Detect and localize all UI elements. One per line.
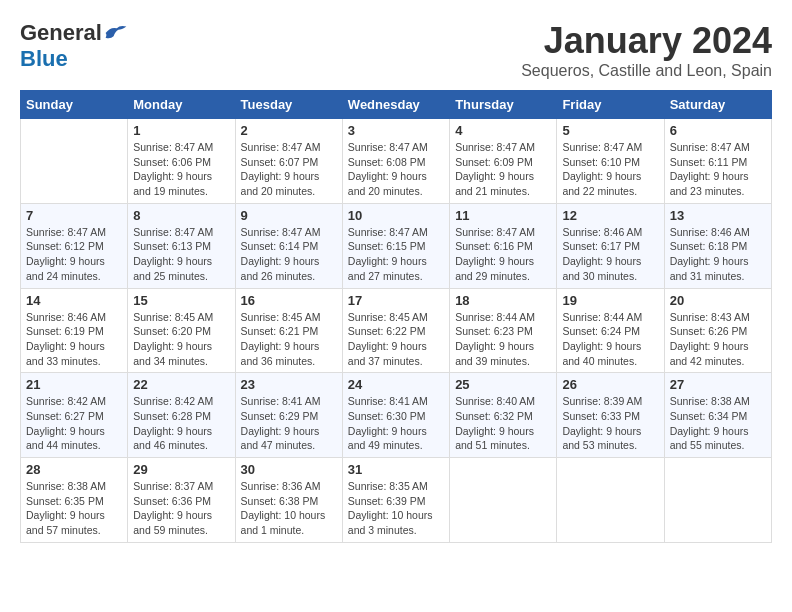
day-info: Sunrise: 8:43 AMSunset: 6:26 PMDaylight:… bbox=[670, 310, 766, 369]
day-number: 26 bbox=[562, 377, 658, 392]
day-info: Sunrise: 8:47 AMSunset: 6:06 PMDaylight:… bbox=[133, 140, 229, 199]
calendar-cell: 4Sunrise: 8:47 AMSunset: 6:09 PMDaylight… bbox=[450, 119, 557, 204]
day-info: Sunrise: 8:47 AMSunset: 6:08 PMDaylight:… bbox=[348, 140, 444, 199]
day-info: Sunrise: 8:47 AMSunset: 6:14 PMDaylight:… bbox=[241, 225, 337, 284]
weekday-header-wednesday: Wednesday bbox=[342, 91, 449, 119]
day-number: 20 bbox=[670, 293, 766, 308]
calendar-week-row: 14Sunrise: 8:46 AMSunset: 6:19 PMDayligh… bbox=[21, 288, 772, 373]
day-number: 2 bbox=[241, 123, 337, 138]
calendar-cell: 16Sunrise: 8:45 AMSunset: 6:21 PMDayligh… bbox=[235, 288, 342, 373]
day-info: Sunrise: 8:41 AMSunset: 6:30 PMDaylight:… bbox=[348, 394, 444, 453]
day-info: Sunrise: 8:45 AMSunset: 6:20 PMDaylight:… bbox=[133, 310, 229, 369]
calendar-week-row: 28Sunrise: 8:38 AMSunset: 6:35 PMDayligh… bbox=[21, 458, 772, 543]
weekday-header-tuesday: Tuesday bbox=[235, 91, 342, 119]
day-info: Sunrise: 8:38 AMSunset: 6:34 PMDaylight:… bbox=[670, 394, 766, 453]
day-number: 6 bbox=[670, 123, 766, 138]
day-info: Sunrise: 8:42 AMSunset: 6:27 PMDaylight:… bbox=[26, 394, 122, 453]
day-info: Sunrise: 8:44 AMSunset: 6:23 PMDaylight:… bbox=[455, 310, 551, 369]
day-number: 15 bbox=[133, 293, 229, 308]
weekday-header-saturday: Saturday bbox=[664, 91, 771, 119]
month-title: January 2024 bbox=[521, 20, 772, 62]
weekday-header-monday: Monday bbox=[128, 91, 235, 119]
calendar-cell: 19Sunrise: 8:44 AMSunset: 6:24 PMDayligh… bbox=[557, 288, 664, 373]
calendar-cell: 27Sunrise: 8:38 AMSunset: 6:34 PMDayligh… bbox=[664, 373, 771, 458]
day-number: 24 bbox=[348, 377, 444, 392]
day-number: 14 bbox=[26, 293, 122, 308]
day-number: 30 bbox=[241, 462, 337, 477]
calendar-cell: 11Sunrise: 8:47 AMSunset: 6:16 PMDayligh… bbox=[450, 203, 557, 288]
calendar-cell: 5Sunrise: 8:47 AMSunset: 6:10 PMDaylight… bbox=[557, 119, 664, 204]
day-info: Sunrise: 8:47 AMSunset: 6:12 PMDaylight:… bbox=[26, 225, 122, 284]
calendar-cell bbox=[557, 458, 664, 543]
day-number: 5 bbox=[562, 123, 658, 138]
day-number: 27 bbox=[670, 377, 766, 392]
day-info: Sunrise: 8:47 AMSunset: 6:13 PMDaylight:… bbox=[133, 225, 229, 284]
calendar-cell: 30Sunrise: 8:36 AMSunset: 6:38 PMDayligh… bbox=[235, 458, 342, 543]
calendar-cell: 22Sunrise: 8:42 AMSunset: 6:28 PMDayligh… bbox=[128, 373, 235, 458]
calendar-cell: 20Sunrise: 8:43 AMSunset: 6:26 PMDayligh… bbox=[664, 288, 771, 373]
day-info: Sunrise: 8:46 AMSunset: 6:17 PMDaylight:… bbox=[562, 225, 658, 284]
day-info: Sunrise: 8:47 AMSunset: 6:11 PMDaylight:… bbox=[670, 140, 766, 199]
day-info: Sunrise: 8:42 AMSunset: 6:28 PMDaylight:… bbox=[133, 394, 229, 453]
day-number: 28 bbox=[26, 462, 122, 477]
day-info: Sunrise: 8:47 AMSunset: 6:10 PMDaylight:… bbox=[562, 140, 658, 199]
calendar-table: SundayMondayTuesdayWednesdayThursdayFrid… bbox=[20, 90, 772, 543]
calendar-cell: 2Sunrise: 8:47 AMSunset: 6:07 PMDaylight… bbox=[235, 119, 342, 204]
calendar-week-row: 7Sunrise: 8:47 AMSunset: 6:12 PMDaylight… bbox=[21, 203, 772, 288]
calendar-week-row: 21Sunrise: 8:42 AMSunset: 6:27 PMDayligh… bbox=[21, 373, 772, 458]
day-number: 1 bbox=[133, 123, 229, 138]
calendar-cell: 23Sunrise: 8:41 AMSunset: 6:29 PMDayligh… bbox=[235, 373, 342, 458]
day-number: 9 bbox=[241, 208, 337, 223]
day-info: Sunrise: 8:47 AMSunset: 6:16 PMDaylight:… bbox=[455, 225, 551, 284]
calendar-cell: 21Sunrise: 8:42 AMSunset: 6:27 PMDayligh… bbox=[21, 373, 128, 458]
calendar-cell: 12Sunrise: 8:46 AMSunset: 6:17 PMDayligh… bbox=[557, 203, 664, 288]
calendar-cell: 13Sunrise: 8:46 AMSunset: 6:18 PMDayligh… bbox=[664, 203, 771, 288]
day-number: 21 bbox=[26, 377, 122, 392]
weekday-header-friday: Friday bbox=[557, 91, 664, 119]
day-info: Sunrise: 8:39 AMSunset: 6:33 PMDaylight:… bbox=[562, 394, 658, 453]
day-info: Sunrise: 8:46 AMSunset: 6:18 PMDaylight:… bbox=[670, 225, 766, 284]
weekday-header-row: SundayMondayTuesdayWednesdayThursdayFrid… bbox=[21, 91, 772, 119]
calendar-cell: 10Sunrise: 8:47 AMSunset: 6:15 PMDayligh… bbox=[342, 203, 449, 288]
calendar-cell: 18Sunrise: 8:44 AMSunset: 6:23 PMDayligh… bbox=[450, 288, 557, 373]
calendar-cell: 31Sunrise: 8:35 AMSunset: 6:39 PMDayligh… bbox=[342, 458, 449, 543]
day-number: 19 bbox=[562, 293, 658, 308]
day-info: Sunrise: 8:37 AMSunset: 6:36 PMDaylight:… bbox=[133, 479, 229, 538]
calendar-cell: 25Sunrise: 8:40 AMSunset: 6:32 PMDayligh… bbox=[450, 373, 557, 458]
calendar-cell: 24Sunrise: 8:41 AMSunset: 6:30 PMDayligh… bbox=[342, 373, 449, 458]
calendar-cell: 9Sunrise: 8:47 AMSunset: 6:14 PMDaylight… bbox=[235, 203, 342, 288]
day-number: 3 bbox=[348, 123, 444, 138]
page-header: General Blue January 2024 Sequeros, Cast… bbox=[20, 20, 772, 80]
logo: General Blue bbox=[20, 20, 128, 72]
day-number: 10 bbox=[348, 208, 444, 223]
calendar-week-row: 1Sunrise: 8:47 AMSunset: 6:06 PMDaylight… bbox=[21, 119, 772, 204]
day-info: Sunrise: 8:46 AMSunset: 6:19 PMDaylight:… bbox=[26, 310, 122, 369]
day-info: Sunrise: 8:47 AMSunset: 6:07 PMDaylight:… bbox=[241, 140, 337, 199]
day-info: Sunrise: 8:45 AMSunset: 6:22 PMDaylight:… bbox=[348, 310, 444, 369]
calendar-cell: 26Sunrise: 8:39 AMSunset: 6:33 PMDayligh… bbox=[557, 373, 664, 458]
location-text: Sequeros, Castille and Leon, Spain bbox=[521, 62, 772, 80]
day-info: Sunrise: 8:36 AMSunset: 6:38 PMDaylight:… bbox=[241, 479, 337, 538]
weekday-header-thursday: Thursday bbox=[450, 91, 557, 119]
day-number: 16 bbox=[241, 293, 337, 308]
day-info: Sunrise: 8:35 AMSunset: 6:39 PMDaylight:… bbox=[348, 479, 444, 538]
day-info: Sunrise: 8:44 AMSunset: 6:24 PMDaylight:… bbox=[562, 310, 658, 369]
logo-bird-icon bbox=[104, 23, 128, 43]
day-number: 13 bbox=[670, 208, 766, 223]
calendar-cell: 14Sunrise: 8:46 AMSunset: 6:19 PMDayligh… bbox=[21, 288, 128, 373]
day-number: 25 bbox=[455, 377, 551, 392]
day-number: 23 bbox=[241, 377, 337, 392]
calendar-cell: 6Sunrise: 8:47 AMSunset: 6:11 PMDaylight… bbox=[664, 119, 771, 204]
calendar-cell: 28Sunrise: 8:38 AMSunset: 6:35 PMDayligh… bbox=[21, 458, 128, 543]
day-info: Sunrise: 8:40 AMSunset: 6:32 PMDaylight:… bbox=[455, 394, 551, 453]
calendar-cell bbox=[450, 458, 557, 543]
logo-blue-text: Blue bbox=[20, 46, 68, 72]
calendar-cell: 17Sunrise: 8:45 AMSunset: 6:22 PMDayligh… bbox=[342, 288, 449, 373]
day-number: 17 bbox=[348, 293, 444, 308]
calendar-cell: 15Sunrise: 8:45 AMSunset: 6:20 PMDayligh… bbox=[128, 288, 235, 373]
day-info: Sunrise: 8:47 AMSunset: 6:15 PMDaylight:… bbox=[348, 225, 444, 284]
day-info: Sunrise: 8:47 AMSunset: 6:09 PMDaylight:… bbox=[455, 140, 551, 199]
day-number: 31 bbox=[348, 462, 444, 477]
calendar-cell: 1Sunrise: 8:47 AMSunset: 6:06 PMDaylight… bbox=[128, 119, 235, 204]
logo-general-text: General bbox=[20, 20, 102, 46]
